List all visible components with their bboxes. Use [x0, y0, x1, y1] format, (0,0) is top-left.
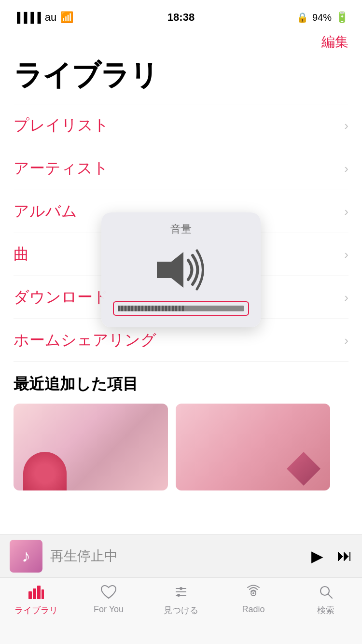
svg-marker-10 [157, 252, 183, 288]
tab-bar: ライブラリ For You 見つける [0, 577, 362, 644]
volume-tick [175, 306, 177, 311]
music-note-icon: ♪ [22, 546, 30, 566]
mini-player-status: 再生停止中 [50, 547, 304, 565]
status-left: ▐▐▐▐ au 📶 [14, 11, 73, 24]
mini-player-controls: ▶ ⏭ [311, 547, 352, 565]
volume-tick [179, 306, 181, 311]
tab-browse-label: 見つける [164, 604, 198, 616]
tab-library-label: ライブラリ [14, 604, 58, 616]
volume-tick [125, 306, 126, 311]
svg-point-4 [180, 587, 182, 590]
list-item-artists[interactable]: アーティスト › [0, 147, 362, 190]
tab-radio[interactable]: Radio [217, 585, 290, 615]
mini-player[interactable]: ♪ 再生停止中 ▶ ⏭ [0, 534, 362, 577]
edit-button[interactable]: 編集 [321, 33, 348, 51]
header: 編集 [0, 29, 362, 51]
chevron-right-icon: › [344, 204, 348, 219]
wifi-icon: 📶 [60, 11, 73, 24]
status-bar: ▐▐▐▐ au 📶 18:38 🔒 94% 🔋 [0, 0, 362, 29]
tab-search-label: 検索 [317, 604, 334, 616]
volume-tick [138, 306, 140, 311]
tab-radio-label: Radio [242, 604, 265, 615]
volume-tick [172, 306, 174, 311]
recently-added-title: 最近追加した項目 [0, 362, 362, 404]
volume-slider-container[interactable] [113, 301, 249, 316]
page-title: ライブラリ [14, 56, 348, 95]
battery-label: 94% [312, 12, 332, 23]
volume-tick [148, 306, 150, 311]
radio-icon [245, 585, 262, 602]
tab-browse[interactable]: 見つける [145, 585, 217, 616]
browse-icon [174, 585, 188, 602]
volume-tick [165, 306, 167, 311]
signal-icon: ▐▐▐▐ [14, 12, 41, 23]
carrier-label: au [45, 11, 56, 24]
svg-point-7 [252, 592, 254, 594]
chevron-right-icon: › [344, 118, 348, 133]
status-time: 18:38 [167, 11, 195, 24]
search-icon [319, 585, 333, 602]
album-row [0, 404, 362, 490]
svg-line-9 [328, 594, 332, 598]
lock-icon: 🔒 [296, 12, 308, 23]
svg-rect-3 [42, 589, 44, 599]
volume-tick [158, 306, 160, 311]
album-thumb-2[interactable] [176, 404, 330, 490]
album-decoration-2 [287, 452, 320, 486]
chevron-right-icon: › [344, 333, 348, 348]
album-thumb-1[interactable] [14, 404, 168, 490]
skip-forward-button[interactable]: ⏭ [337, 547, 352, 565]
album-decoration-1 [23, 452, 67, 490]
play-button[interactable]: ▶ [311, 547, 323, 565]
volume-label: 音量 [170, 222, 192, 237]
tab-search[interactable]: 検索 [290, 585, 362, 616]
volume-tick [141, 306, 143, 311]
volume-tick [182, 306, 184, 311]
volume-icon-area [113, 243, 249, 294]
volume-tick [145, 306, 147, 311]
page-title-section: ライブラリ [0, 51, 362, 104]
volume-tick [168, 306, 170, 311]
list-item-playlists[interactable]: プレイリスト › [0, 104, 362, 147]
chevron-right-icon: › [344, 161, 348, 176]
volume-tick [152, 306, 153, 311]
volume-tick [128, 306, 130, 311]
mini-player-art: ♪ [10, 540, 42, 573]
chevron-right-icon: › [344, 290, 348, 305]
tab-foryou-label: For You [94, 604, 124, 615]
volume-tick [121, 306, 123, 311]
speaker-icon [152, 248, 210, 292]
volume-tick [155, 306, 157, 311]
battery-icon: 🔋 [335, 11, 348, 24]
volume-slider-track [118, 306, 244, 311]
tab-library[interactable]: ライブラリ [0, 585, 72, 616]
heart-icon [100, 585, 117, 602]
status-right: 🔒 94% 🔋 [296, 11, 348, 24]
svg-rect-0 [28, 591, 32, 599]
volume-tick [131, 306, 133, 311]
tab-foryou[interactable]: For You [72, 585, 145, 615]
svg-rect-1 [33, 588, 36, 599]
library-icon [28, 585, 45, 602]
volume-tick [162, 306, 164, 311]
svg-rect-2 [37, 586, 41, 599]
svg-point-5 [177, 594, 180, 597]
volume-overlay: 音量 [101, 212, 261, 327]
chevron-right-icon: › [344, 247, 348, 262]
volume-tick [118, 306, 120, 311]
volume-tick [135, 306, 137, 311]
